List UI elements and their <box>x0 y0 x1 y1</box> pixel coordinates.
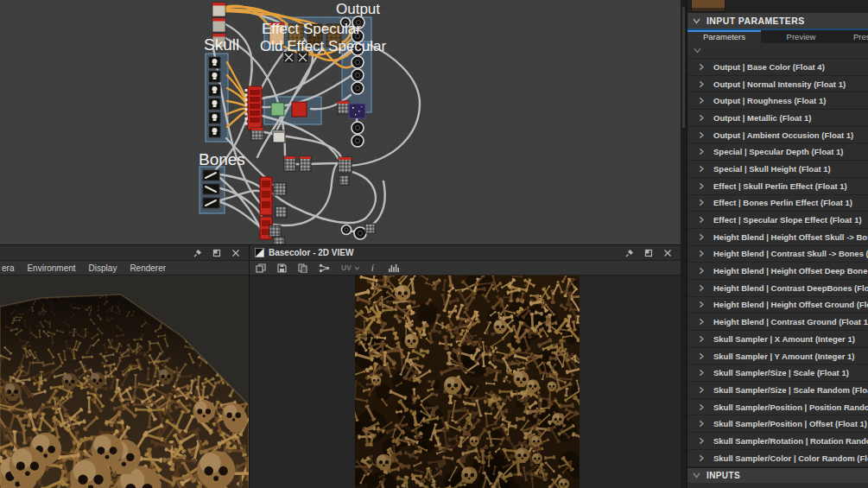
collapse-all-row[interactable] <box>687 43 868 59</box>
parameter-row[interactable]: Special | Skull Height (Float 1) <box>687 161 868 178</box>
menu-item[interactable]: Renderer <box>130 263 166 273</box>
graph-node[interactable] <box>284 156 295 171</box>
parameter-row[interactable]: Height Blend | Height Offset Skull -> Bo… <box>687 229 868 246</box>
chevron-right-icon[interactable] <box>698 131 705 139</box>
parameter-row[interactable]: Skull Sampler/Position | Offset (Float 1… <box>687 415 868 433</box>
skull-node[interactable] <box>209 71 220 82</box>
uniform-color-node-red[interactable] <box>292 102 307 117</box>
pin-icon[interactable] <box>193 249 202 257</box>
inputs-header[interactable]: INPUTS <box>687 467 868 483</box>
chevron-right-icon[interactable] <box>698 148 705 155</box>
close-icon[interactable] <box>663 249 672 257</box>
link-to-graph-icon[interactable] <box>319 263 330 273</box>
chevron-right-icon[interactable] <box>698 63 705 71</box>
parameter-row[interactable]: Output | Base Color (Float 4) <box>687 59 868 76</box>
view-3d-viewport[interactable] <box>0 276 249 488</box>
graph-node[interactable] <box>251 128 263 140</box>
tab-parameters[interactable]: Parameters <box>687 30 761 43</box>
skull-node[interactable] <box>209 85 220 96</box>
chevron-right-icon[interactable] <box>698 182 705 190</box>
output-node[interactable] <box>352 56 364 68</box>
output-node[interactable] <box>352 82 364 94</box>
parameter-row[interactable]: Effect | Bones Perlin Effect (Float 1) <box>687 195 868 212</box>
chevron-right-icon[interactable] <box>698 352 705 360</box>
graph-node[interactable] <box>338 101 349 114</box>
parameter-row[interactable]: Skull Sampler | Y Amount (Integer 1) <box>687 348 868 365</box>
chevron-right-icon[interactable] <box>698 369 705 377</box>
graph-node[interactable] <box>273 130 285 143</box>
parameter-row[interactable]: Effect | Skull Perlin Effect (Float 1) <box>687 178 868 195</box>
skull-node[interactable] <box>209 57 220 68</box>
chevron-right-icon[interactable] <box>698 420 705 428</box>
chevron-right-icon[interactable] <box>698 437 705 445</box>
graph-node[interactable] <box>274 183 286 195</box>
parameter-row[interactable]: Height Blend | Contrast DeepBones (Float… <box>687 280 868 297</box>
output-node[interactable] <box>352 69 364 81</box>
parameter-row[interactable]: Height Blend | Height Offset Ground (Flo… <box>687 297 868 314</box>
duplicate-view-icon[interactable] <box>256 263 266 273</box>
parameter-row[interactable]: Output | Ambient Occusion (Float 1) <box>687 127 868 144</box>
bone-node[interactable] <box>203 170 219 181</box>
tab-preview[interactable]: Preview <box>761 30 841 43</box>
chevron-right-icon[interactable] <box>698 454 705 462</box>
graph-node[interactable] <box>212 18 225 32</box>
info-icon[interactable]: i <box>371 263 377 273</box>
menu-item[interactable]: Environment <box>27 263 75 273</box>
graph-node[interactable] <box>365 224 375 233</box>
graph-node[interactable] <box>274 237 284 244</box>
copy-image-icon[interactable] <box>298 263 307 273</box>
uv-mode-dropdown[interactable]: UV <box>341 263 360 272</box>
parameter-row[interactable]: Output | Metallic (Float 1) <box>687 110 868 127</box>
menu-item[interactable]: era <box>2 263 14 273</box>
save-icon[interactable] <box>277 263 287 273</box>
graph-node[interactable] <box>260 177 272 215</box>
chevron-right-icon[interactable] <box>698 318 705 326</box>
chevron-right-icon[interactable] <box>698 165 705 173</box>
chevron-right-icon[interactable] <box>698 250 705 257</box>
graph-node[interactable] <box>276 206 287 218</box>
float-window-icon[interactable] <box>212 249 221 257</box>
close-icon[interactable] <box>231 249 240 257</box>
node-graph-canvas[interactable]: Skull Bones Output Effect Specular Old E… <box>0 0 681 244</box>
graph-node[interactable] <box>300 156 311 171</box>
parameter-row[interactable]: Height Blend | Height Offset Deep Bones … <box>687 263 868 280</box>
graph-node[interactable] <box>269 225 281 237</box>
chevron-right-icon[interactable] <box>698 97 705 105</box>
graph-node[interactable] <box>339 157 352 173</box>
chevron-right-icon[interactable] <box>698 403 705 411</box>
histogram-icon[interactable] <box>388 263 399 273</box>
chevron-right-icon[interactable] <box>698 386 705 394</box>
menu-item[interactable]: Display <box>89 263 117 273</box>
input-parameters-header[interactable]: INPUT PARAMETERS <box>687 13 868 30</box>
chevron-right-icon[interactable] <box>698 216 705 224</box>
render-3d-canvas[interactable] <box>0 276 249 488</box>
view-2d-viewport[interactable] <box>250 276 681 488</box>
chevron-right-icon[interactable] <box>698 233 705 241</box>
output-node[interactable] <box>342 225 352 235</box>
bones-group-nodes[interactable] <box>203 170 219 208</box>
chevron-right-icon[interactable] <box>698 267 705 275</box>
output-node[interactable] <box>352 122 364 134</box>
chevron-right-icon[interactable] <box>698 335 705 343</box>
pin-icon[interactable] <box>625 249 634 257</box>
parameter-row[interactable]: Height Blend | Contrast Skull -> Bones (… <box>687 246 868 263</box>
chevron-right-icon[interactable] <box>698 284 705 292</box>
chevron-right-icon[interactable] <box>698 301 705 308</box>
chevron-right-icon[interactable] <box>698 80 705 88</box>
parameter-row[interactable]: Output | Normal Intensity (Float 1) <box>687 76 868 93</box>
skull-node[interactable] <box>209 112 220 124</box>
galaxy-node[interactable] <box>349 104 365 118</box>
bone-node[interactable] <box>203 198 219 208</box>
parameter-row[interactable]: Skull Sampler | X Amount (Integer 1) <box>687 331 868 348</box>
output-node[interactable] <box>354 227 366 239</box>
parameter-row[interactable]: Skull Sampler/Size | Scale (Float 1) <box>687 364 868 382</box>
tab-presets[interactable]: Presets <box>841 30 868 43</box>
parameter-row[interactable]: Output | Roughness (Float 1) <box>687 92 868 110</box>
parameter-row[interactable]: Height Blend | Contrast Ground (Float 1) <box>687 314 868 331</box>
graph-node[interactable] <box>212 3 225 16</box>
panel-divider[interactable] <box>681 0 687 488</box>
scrollbar-thumb[interactable] <box>682 7 685 128</box>
parameter-row[interactable]: Special | Specular Depth (Float 1) <box>687 143 868 161</box>
parameter-row[interactable]: Skull Sampler/Size | Scale Random (Float… <box>687 382 868 399</box>
skull-node[interactable] <box>209 126 220 137</box>
